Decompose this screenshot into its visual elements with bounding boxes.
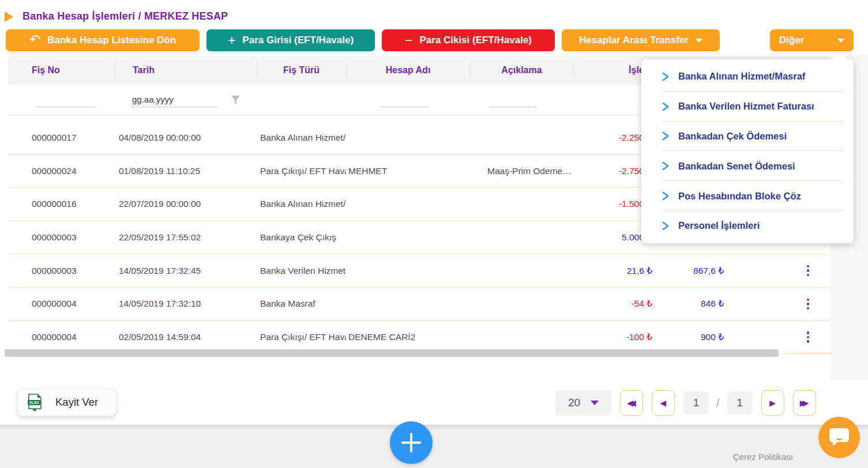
cell-fis-no: 000000003 (8, 232, 114, 243)
menu-item-label: Bankadan Çek Ödemesi (678, 131, 787, 142)
back-to-account-list-button[interactable]: ↶ Banka Hesap Listesine Dön (6, 29, 200, 51)
cell-bakiye: 900 ₺ (652, 332, 724, 342)
menu-item[interactable]: Bankadan Çek Ödemesi (641, 122, 854, 152)
page-size-value: 20 (568, 397, 580, 409)
svg-text:XLSX: XLSX (29, 401, 40, 405)
filter-fis-no-input[interactable] (36, 93, 96, 107)
cell-bakiye: 846 ₺ (652, 299, 724, 309)
filter-hesap-adi-input[interactable] (381, 93, 429, 107)
header-hesap-adi[interactable]: Hesap Adı (346, 65, 470, 76)
filter-funnel-icon[interactable] (231, 95, 241, 105)
menu-item-label: Personel İşlemleri (678, 220, 760, 231)
cell-tarih: 14/05/2019 17:32:45 (114, 266, 257, 276)
money-in-button[interactable]: + Para Girisi (EFT/Havale) (206, 29, 375, 51)
cell-fis-turu: Banka Alınan Hizmet/Masraf (257, 199, 346, 209)
cell-fis-no: 000000004 (8, 299, 114, 309)
menu-item-label: Pos Hesabından Bloke Çöz (678, 191, 801, 202)
chevron-right-icon (662, 191, 670, 201)
xlsx-file-icon: XLSX (27, 394, 43, 412)
header-tarih[interactable]: Tarih (114, 65, 257, 76)
cell-islem: -2.250 ₺ (573, 133, 652, 143)
cookie-policy-link[interactable]: Çerez Politikası (733, 452, 793, 462)
chevron-right-icon (662, 161, 670, 171)
cell-fis-turu: Bankaya Çek Çıkış (257, 232, 346, 243)
page-separator: / (716, 397, 720, 410)
filter-aciklama-input[interactable] (489, 93, 538, 107)
cell-fis-turu: Banka Alınan Hizmet/Masraf (257, 133, 346, 143)
transfer-between-accounts-button[interactable]: Hesaplar Arası Transfer (562, 29, 720, 51)
total-pages-box: 1 (727, 391, 753, 414)
cell-tarih: 02/05/2019 14:59:04 (114, 332, 257, 342)
menu-item[interactable]: Pos Hesabından Bloke Çöz (641, 181, 854, 211)
chevron-right-icon (662, 102, 670, 111)
menu-item[interactable]: Personel İşlemleri (641, 211, 854, 241)
page-size-select[interactable]: 20 (555, 390, 611, 416)
cell-actions (724, 328, 831, 346)
cell-islem: 5.000 ₺ (573, 232, 652, 243)
cell-islem: -2.750 ₺ (573, 166, 652, 176)
next-page-button[interactable]: ▶ (761, 390, 784, 416)
money-in-label: Para Girisi (EFT/Havale) (242, 35, 354, 46)
export-xlsx-button[interactable]: XLSX Kayit Ver (17, 388, 117, 416)
breadcrumb-arrow-icon (5, 12, 13, 22)
chevron-down-icon (696, 39, 702, 43)
header-islem[interactable]: İşlem (573, 65, 652, 76)
other-label: Diğer (779, 35, 804, 46)
chat-widget-button[interactable] (818, 417, 860, 458)
filter-date-input[interactable] (131, 93, 218, 107)
menu-item-label: Bankadan Senet Ödemesi (678, 161, 795, 172)
cell-fis-turu: Para Çıkışı/ EFT Havale (257, 166, 346, 176)
cell-fis-turu: Banka Masraf (257, 299, 346, 309)
cell-fis-no: 000000003 (8, 266, 114, 276)
other-actions-button[interactable]: Diğer (770, 29, 854, 51)
menu-item[interactable]: Bankadan Senet Ödemesi (641, 151, 854, 181)
chevron-down-icon (837, 39, 844, 43)
cell-tarih: 22/05/2019 17:55:02 (114, 232, 257, 243)
cell-fis-no: 000000016 (8, 199, 114, 209)
menu-item[interactable]: Banka Alınan Hizmet/Masraf (641, 62, 854, 92)
back-button-label: Banka Hesap Listesine Dön (47, 35, 176, 46)
cell-islem: -100 ₺ (573, 332, 652, 342)
cell-tarih: 14/05/2019 17:32:10 (114, 299, 257, 309)
last-page-button[interactable]: ▶▶ (793, 390, 816, 416)
page-title: Banka Hesap İşlemleri / MERKEZ HESAP (22, 10, 228, 22)
table-row[interactable]: 00000000414/05/2019 17:32:10Banka Masraf… (8, 288, 831, 321)
table-row[interactable]: 00000000314/05/2019 17:32:45Banka Verile… (8, 254, 831, 288)
menu-item[interactable]: Banka Verilen Hizmet Faturası (641, 92, 854, 122)
row-menu-kebab-icon[interactable] (802, 328, 814, 346)
chevron-right-icon (662, 131, 670, 141)
add-floating-button[interactable] (390, 421, 433, 464)
header-fis-no[interactable]: Fiş No (8, 65, 114, 76)
cell-aciklama: Maaş-Prim Odeme… (470, 166, 573, 176)
cell-fis-turu: Banka Verilen Hizmet (257, 266, 346, 276)
row-menu-kebab-icon[interactable] (802, 295, 814, 313)
double-right-arrow-icon: ▶▶ (800, 398, 809, 407)
minus-icon: − (405, 34, 412, 47)
cell-tarih: 01/08/2019 11:10:25 (114, 166, 257, 176)
cell-hesap-adi: DENEME CARİ2 (346, 332, 470, 342)
chevron-down-icon (591, 401, 599, 405)
cell-tarih: 04/08/2019 00:00:00 (114, 133, 257, 143)
horizontal-scrollbar[interactable] (5, 349, 779, 357)
previous-page-button[interactable]: ◀ (652, 390, 675, 416)
row-divider (799, 353, 832, 354)
cell-fis-no: 000000017 (8, 133, 114, 143)
pagination: 20 ◀◀ ◀ 1 / 1 ▶ ▶▶ (555, 390, 816, 416)
right-arrow-icon: ▶ (769, 398, 776, 407)
cell-fis-no: 000000024 (8, 166, 114, 176)
cell-actions (724, 262, 831, 280)
money-out-label: Para Cikisi (EFT/Havale) (419, 35, 532, 46)
chat-bubble-icon (828, 427, 850, 448)
first-page-button[interactable]: ◀◀ (620, 390, 643, 416)
money-out-button[interactable]: − Para Cikisi (EFT/Havale) (382, 29, 555, 51)
header-aciklama[interactable]: Açıklama (470, 65, 573, 76)
menu-item-label: Banka Verilen Hizmet Faturası (678, 101, 814, 112)
cell-islem: 21,6 ₺ (573, 266, 652, 276)
cell-islem: -54 ₺ (573, 299, 652, 309)
export-label: Kayit Ver (55, 396, 98, 409)
undo-arrow-icon: ↶ (29, 33, 40, 46)
cell-actions (724, 295, 831, 313)
row-menu-kebab-icon[interactable] (802, 262, 814, 280)
current-page-box[interactable]: 1 (683, 391, 709, 414)
header-fis-turu[interactable]: Fiş Türü (257, 65, 346, 76)
